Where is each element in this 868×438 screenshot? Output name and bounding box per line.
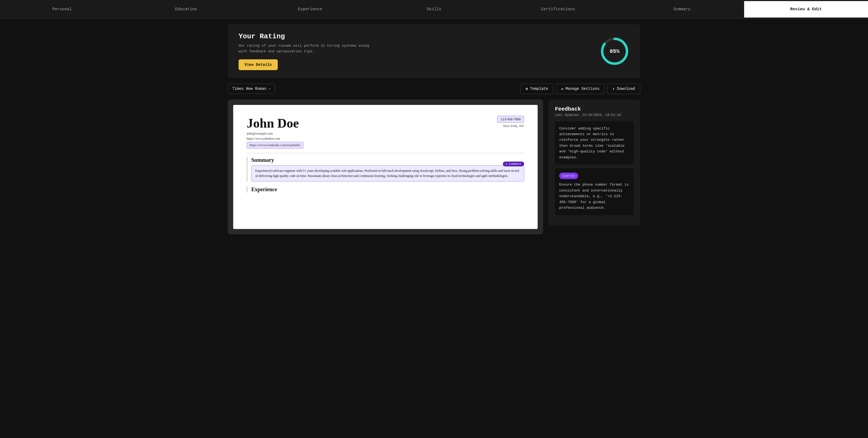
resume-name-block: John Doe john@example.com https://www.jo… [247,116,303,148]
resume-document: John Doe john@example.com https://www.jo… [233,105,538,229]
feedback-item-1-text: Consider adding specific achievements or… [559,127,625,159]
resume-divider [247,153,524,153]
nav-item-certifications[interactable]: Certifications [496,1,620,18]
top-nav: Personal Education Experience Skills Cer… [0,0,868,19]
template-label: Template [530,87,548,91]
resume-location: New York, NY [497,124,524,128]
template-button[interactable]: ⊞ Template [520,83,553,94]
toolbar-right: ⊞ Template ⇌ Manage Sections ⬇ Download [520,83,640,94]
nav-item-skills[interactable]: Skills [372,1,496,18]
toolbar: Times New Roman ▾ ⊞ Template ⇌ Manage Se… [228,83,640,94]
nav-item-personal[interactable]: Personal [0,1,124,18]
rating-circle: 85% [600,36,629,66]
rating-score-label: 85% [610,48,619,54]
manage-sections-icon: ⇌ [561,87,563,91]
nav-item-education[interactable]: Education [124,1,248,18]
feedback-item-2-text: Ensure the phone number format is consis… [559,182,629,211]
resume-phone: 123-456-7890 [497,116,524,123]
nav-item-experience[interactable]: Experience [248,1,372,18]
feedback-item-2: Clarity Ensure the phone number format i… [555,168,634,215]
resume-linkedin[interactable]: https://wwww.linkedin.com/in/johndoe [247,142,303,148]
font-selector[interactable]: Times New Roman ▾ [228,83,275,94]
nav-item-review-edit[interactable]: Review & Edit [744,1,868,18]
summary-section-title: Summary [251,157,524,163]
download-icon: ⬇ [612,87,615,91]
manage-sections-button[interactable]: ⇌ Manage Sections [556,83,604,94]
nav-item-summary[interactable]: Summary [620,1,744,18]
resume-name: John Doe [247,116,303,131]
feedback-badge-clarity: Clarity [559,173,578,179]
rating-title: Your Rating [239,32,374,40]
resume-header: John Doe john@example.com https://www.jo… [247,116,524,148]
resume-website: https://www.johndoe.com [247,137,303,141]
resume-contact-right: 123-456-7890 New York, NY [497,116,524,128]
view-details-button[interactable]: View Details [239,59,278,70]
resume-panel: John Doe john@example.com https://www.jo… [228,100,543,234]
rating-card: Your Rating Our rating of your resume wi… [228,24,640,78]
chevron-down-icon: ▾ [269,87,271,91]
resume-email: john@example.com [247,132,303,136]
feedback-panel: Feedback Last Updated: 23/10/2024, 18:51… [549,100,640,226]
resume-section-summary: Summary 1 Comment Experienced software e… [247,157,524,181]
comment-container: 1 Comment Experienced software engineer … [251,165,524,181]
manage-sections-label: Manage Sections [565,87,599,91]
experience-section-title: Experience [251,187,524,193]
download-label: Download [617,87,635,91]
resume-feedback-layout: John Doe john@example.com https://www.jo… [228,100,640,234]
rating-description: Our rating of your resume will perform i… [239,43,374,55]
resume-section-experience: Experience [247,187,524,193]
main-content: Your Rating Our rating of your resume wi… [217,19,651,240]
feedback-title: Feedback [555,106,634,112]
rating-text: Your Rating Our rating of your resume wi… [239,32,374,70]
feedback-date: Last Updated: 23/10/2024, 18:51:16 [555,113,634,117]
comment-badge[interactable]: 1 Comment [503,162,524,166]
font-selector-label: Times New Roman [232,87,267,91]
feedback-item-1: Consider adding specific achievements or… [555,121,634,165]
template-icon: ⊞ [526,87,528,91]
summary-text: Experienced software engineer with 5+ ye… [251,165,524,181]
download-button[interactable]: ⬇ Download [607,83,640,94]
